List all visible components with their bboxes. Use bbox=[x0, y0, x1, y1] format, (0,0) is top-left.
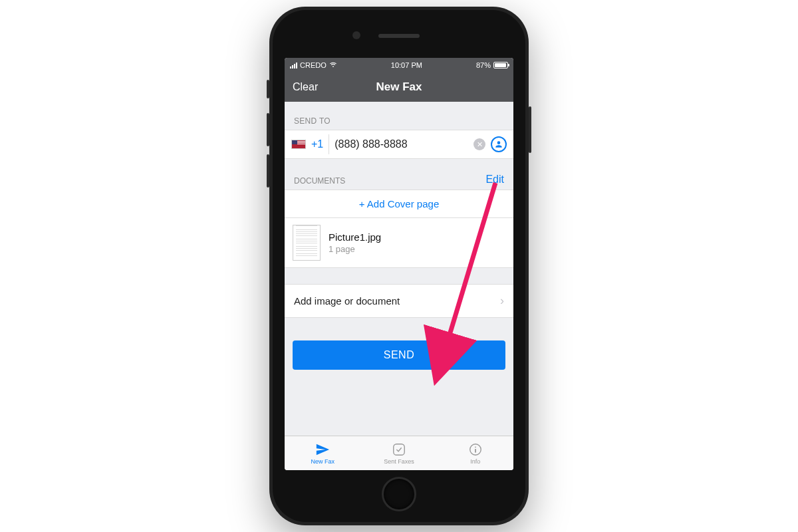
clear-number-icon[interactable]: ✕ bbox=[473, 138, 485, 150]
front-camera bbox=[352, 31, 360, 39]
content-area: SEND TO +1 (888) 888-8888 ✕ DOCUMENTS Ed… bbox=[285, 102, 513, 436]
svg-rect-3 bbox=[475, 449, 476, 453]
tab-label: Sent Faxes bbox=[384, 458, 414, 465]
clear-button[interactable]: Clear bbox=[293, 81, 318, 93]
fax-number-input[interactable]: (888) 888-8888 bbox=[334, 138, 468, 150]
battery-pct-label: 87% bbox=[476, 61, 491, 69]
add-document-button[interactable]: Add image or document › bbox=[285, 284, 513, 318]
home-button[interactable] bbox=[382, 477, 416, 511]
contacts-icon[interactable] bbox=[491, 136, 507, 152]
clock-label: 10:07 PM bbox=[391, 61, 422, 69]
nav-bar: Clear New Fax bbox=[285, 72, 513, 102]
page-title: New Fax bbox=[376, 80, 422, 94]
send-button[interactable]: SEND bbox=[293, 340, 505, 370]
add-cover-page-button[interactable]: + Add Cover page bbox=[285, 190, 513, 218]
phone-frame: CREDO 10:07 PM 87% Clear New Fax SEND TO… bbox=[269, 7, 529, 525]
check-icon bbox=[392, 442, 406, 457]
divider bbox=[329, 134, 329, 154]
chevron-right-icon: › bbox=[500, 294, 504, 308]
carrier-label: CREDO bbox=[300, 61, 327, 69]
tab-label: New Fax bbox=[311, 458, 335, 465]
volume-down-button bbox=[267, 154, 269, 188]
country-code[interactable]: +1 bbox=[311, 138, 323, 150]
battery-icon bbox=[493, 62, 508, 68]
tab-label: Info bbox=[470, 458, 480, 465]
edit-button[interactable]: Edit bbox=[485, 174, 504, 186]
svg-point-2 bbox=[475, 446, 476, 448]
flag-icon[interactable] bbox=[291, 140, 306, 149]
add-document-label: Add image or document bbox=[294, 295, 400, 307]
send-icon bbox=[315, 442, 330, 457]
tab-sent-faxes[interactable]: Sent Faxes bbox=[361, 436, 438, 470]
send-to-label: SEND TO bbox=[285, 102, 513, 130]
documents-label: DOCUMENTS bbox=[294, 176, 345, 186]
document-page-count: 1 page bbox=[329, 244, 381, 254]
document-row[interactable]: Picture1.jpg 1 page bbox=[285, 218, 513, 268]
speaker-grille bbox=[378, 34, 420, 38]
svg-rect-0 bbox=[394, 444, 405, 455]
document-name: Picture1.jpg bbox=[329, 231, 381, 243]
tab-info[interactable]: Info bbox=[437, 436, 513, 470]
status-bar: CREDO 10:07 PM 87% bbox=[285, 58, 513, 72]
volume-up-button bbox=[267, 113, 269, 146]
send-to-row: +1 (888) 888-8888 ✕ bbox=[285, 130, 513, 159]
tab-bar: New Fax Sent Faxes Info bbox=[285, 436, 513, 470]
info-icon bbox=[468, 442, 483, 457]
documents-header: DOCUMENTS Edit bbox=[285, 159, 513, 190]
signal-bars-icon bbox=[290, 62, 297, 68]
tab-new-fax[interactable]: New Fax bbox=[285, 436, 361, 470]
wifi-icon bbox=[329, 62, 337, 68]
power-button bbox=[529, 106, 531, 153]
silent-switch bbox=[267, 80, 269, 98]
document-thumbnail bbox=[293, 225, 321, 261]
screen: CREDO 10:07 PM 87% Clear New Fax SEND TO… bbox=[285, 58, 513, 470]
